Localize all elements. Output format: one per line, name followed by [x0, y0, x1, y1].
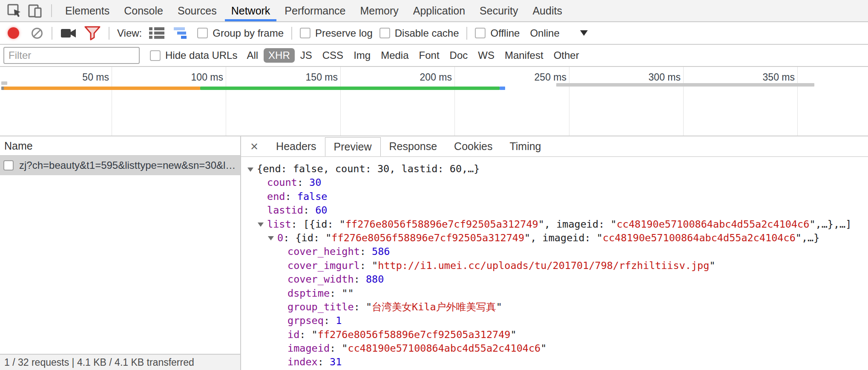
json-token-str: 台湾美女Kila户外唯美写真 [372, 301, 496, 313]
filter-type-js[interactable]: JS [296, 48, 317, 63]
camera-icon [60, 27, 77, 40]
expand-arrow-icon[interactable] [247, 168, 253, 172]
timeline-tick-label: 150 ms [255, 72, 338, 83]
preserve-log-option[interactable]: Preserve log [300, 27, 373, 39]
json-line[interactable]: dsptime: "" [241, 286, 868, 300]
filter-type-xhr[interactable]: XHR [264, 48, 295, 63]
json-token-str: ff276e8056f58896e7cf92505a312749 [345, 218, 538, 230]
json-token-key: cover_width [287, 273, 354, 285]
capture-screenshots-button[interactable] [60, 27, 77, 40]
expand-arrow-icon[interactable] [258, 223, 264, 227]
record-network-log-button[interactable] [8, 27, 19, 39]
toggle-device-toolbar-button[interactable] [26, 2, 43, 19]
disable-cache-option[interactable]: Disable cache [379, 27, 459, 39]
detail-tab-cookies[interactable]: Cookies [445, 137, 501, 156]
tab-performance[interactable]: Performance [277, 0, 353, 21]
hide-data-urls-option[interactable]: Hide data URLs [150, 49, 237, 61]
show-overview-button[interactable] [173, 26, 190, 40]
json-line[interactable]: cover_height: 586 [241, 245, 868, 258]
json-line[interactable]: count: 30 [241, 176, 868, 189]
json-token-key: grpseq [287, 315, 324, 327]
tab-application[interactable]: Application [406, 0, 472, 21]
json-token-key: group_title [287, 301, 354, 313]
json-line[interactable]: {end: false, count: 30, lastid: 60,…} [241, 162, 868, 176]
json-line[interactable]: id: "ff276e8056f58896e7cf92505a312749" [241, 328, 868, 341]
hide-data-urls-checkbox[interactable] [150, 50, 161, 61]
filter-type-ws[interactable]: WS [473, 48, 499, 63]
filter-type-other[interactable]: Other [549, 48, 584, 63]
filter-type-img[interactable]: Img [349, 48, 375, 63]
json-line[interactable]: group_title: "台湾美女Kila户外唯美写真" [241, 300, 868, 314]
hide-data-urls-label: Hide data URLs [165, 49, 237, 61]
json-token-plain: : " [360, 260, 378, 272]
json-token-plain: : [318, 356, 330, 368]
tab-audits[interactable]: Audits [525, 0, 569, 21]
timeline-tick-label: 100 ms [141, 72, 223, 83]
json-line[interactable]: 0: {id: "ff276e8056f58896e7cf92505a31274… [241, 231, 868, 245]
close-icon[interactable]: × [246, 140, 262, 153]
tab-console[interactable]: Console [117, 0, 170, 21]
panel-tabs: ElementsConsoleSourcesNetworkPerformance… [58, 0, 569, 21]
json-token-plain: ",…},…] [809, 218, 851, 230]
separator [51, 4, 52, 17]
json-line[interactable]: cover_width: 880 [241, 272, 868, 286]
use-large-rows-button[interactable] [148, 26, 165, 40]
inspect-cursor-icon [7, 3, 22, 18]
tab-elements[interactable]: Elements [58, 0, 117, 21]
tab-network[interactable]: Network [224, 0, 278, 21]
json-token-num: 30 [309, 176, 321, 188]
disable-cache-checkbox[interactable] [379, 28, 390, 38]
request-detail-panel: × HeadersPreviewResponseCookiesTiming {e… [241, 136, 868, 370]
detail-tab-timing[interactable]: Timing [501, 137, 549, 156]
json-line[interactable]: list: [{id: "ff276e8056f58896e7cf92505a3… [241, 217, 868, 231]
tab-security[interactable]: Security [472, 0, 525, 21]
timeline-gridline [112, 67, 112, 136]
chevron-down-icon[interactable] [580, 30, 588, 36]
filter-type-css[interactable]: CSS [318, 48, 348, 63]
throttling-select[interactable]: Online [530, 27, 559, 39]
detail-tab-preview[interactable]: Preview [325, 137, 381, 156]
group-by-frame-checkbox[interactable] [197, 28, 208, 38]
json-line[interactable]: grpseq: 1 [241, 314, 868, 327]
clear-button[interactable] [31, 27, 43, 40]
separator [291, 27, 292, 40]
filter-type-doc[interactable]: Doc [445, 48, 473, 63]
filter-type-manifest[interactable]: Manifest [500, 48, 548, 63]
name-header-label: Name [4, 140, 33, 152]
preserve-log-checkbox[interactable] [300, 28, 310, 38]
filter-toggle-button[interactable] [84, 26, 101, 40]
inspect-element-button[interactable] [6, 2, 23, 19]
json-line[interactable]: lastid: 60 [241, 203, 868, 217]
json-token-num: 31 [330, 356, 342, 368]
offline-checkbox[interactable] [475, 28, 486, 38]
json-token-plain: : [354, 273, 366, 285]
tab-memory[interactable]: Memory [353, 0, 405, 21]
group-by-frame-option[interactable]: Group by frame [197, 27, 284, 39]
detail-tab-response[interactable]: Response [381, 137, 446, 156]
network-overview[interactable]: 50 ms100 ms150 ms200 ms250 ms300 ms350 m… [0, 67, 868, 136]
overview-request-bar [200, 87, 500, 90]
json-token-num: 586 [372, 246, 390, 257]
filter-input[interactable] [3, 47, 140, 64]
timeline-gridline [454, 67, 455, 136]
offline-option[interactable]: Offline [475, 27, 520, 39]
json-line[interactable]: index: 31 [241, 355, 868, 369]
detail-tab-headers[interactable]: Headers [267, 137, 325, 156]
json-line[interactable]: end: false [241, 190, 868, 203]
json-token-key: cover_height [287, 246, 360, 257]
device-toolbar-icon [27, 3, 43, 18]
json-line[interactable]: imageid: "cc48190e57100864abc4d55a2c4104… [241, 341, 868, 355]
expand-arrow-icon[interactable] [268, 236, 274, 240]
request-checkbox[interactable] [3, 160, 14, 171]
json-token-str: http://i1.umei.cc/uploads/tu/201701/798/… [378, 260, 709, 272]
request-row[interactable]: zj?ch=beauty&t1=595&listtype=new&sn=30&l… [0, 156, 240, 175]
filter-type-media[interactable]: Media [376, 48, 413, 63]
json-token-num: 880 [366, 273, 384, 285]
tab-sources[interactable]: Sources [170, 0, 224, 21]
filter-type-font[interactable]: Font [414, 48, 444, 63]
column-header-name[interactable]: Name [0, 136, 240, 156]
json-token-key: end [267, 191, 285, 202]
offline-label: Offline [490, 27, 520, 39]
filter-type-all[interactable]: All [242, 48, 263, 63]
json-line[interactable]: cover_imgurl: "http://i1.umei.cc/uploads… [241, 259, 868, 272]
